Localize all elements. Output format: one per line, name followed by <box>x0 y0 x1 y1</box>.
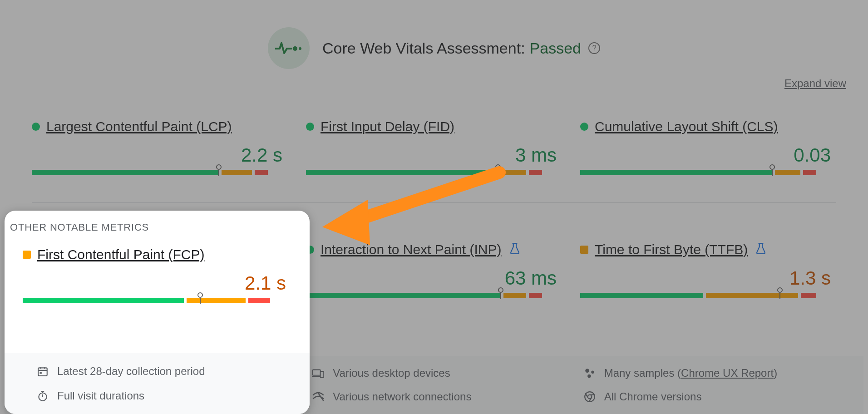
svg-rect-13 <box>313 370 321 375</box>
pulse-icon <box>275 41 302 55</box>
metric-card-cls: Cumulative Layout Shift (CLS) 0.03 <box>580 119 836 189</box>
flask-icon[interactable] <box>510 242 520 257</box>
svg-point-1 <box>299 47 301 50</box>
crux-report-link[interactable]: Chrome UX Report <box>681 367 774 379</box>
footer-item: Full visit durations <box>36 389 291 402</box>
footer-item: All Chrome versions <box>583 390 836 403</box>
devices-icon <box>312 367 325 379</box>
svg-point-19 <box>587 375 591 378</box>
status-bullet <box>32 123 40 131</box>
svg-point-0 <box>293 46 297 51</box>
metric-value-fid: 3 ms <box>306 144 562 166</box>
chrome-icon <box>583 391 596 403</box>
other-metrics-heading-highlight: Other Notable Metrics <box>5 211 310 247</box>
status-bullet <box>23 251 31 259</box>
footer-text: Full visit durations <box>57 389 144 402</box>
assessment-title: Core Web Vitals Assessment: Passed ? <box>322 39 600 57</box>
status-bullet <box>580 123 588 131</box>
svg-rect-15 <box>321 371 324 377</box>
footer-item: Latest 28-day collection period <box>36 365 291 378</box>
metric-card-inp: Interaction to Next Paint (INP) 63 ms <box>306 242 562 312</box>
gauge-marker <box>777 287 783 293</box>
metric-value-lcp: 2.2 s <box>32 144 288 166</box>
metric-value-cls: 0.03 <box>580 144 836 166</box>
footer-text: Many samples (Chrome UX Report) <box>604 367 777 380</box>
footer-item: Various desktop devices <box>312 367 565 380</box>
network-icon <box>312 391 325 403</box>
svg-point-18 <box>591 371 594 374</box>
metric-link-fcp-highlight[interactable]: First Contentful Paint (FCP) <box>37 247 204 262</box>
metric-link-cls[interactable]: Cumulative Layout Shift (CLS) <box>595 119 778 134</box>
status-bullet <box>306 123 314 131</box>
gauge-marker <box>216 164 222 170</box>
expand-view-link[interactable]: Expand view <box>784 77 846 90</box>
metric-card-fcp-highlight: First Contentful Paint (FCP) 2.1 s <box>5 247 310 303</box>
pulse-badge <box>268 27 310 69</box>
metric-card-ttfb: Time to First Byte (TTFB) 1.3 s <box>580 242 836 312</box>
metric-card-lcp: Largest Contentful Paint (LCP) 2.2 s <box>32 119 288 189</box>
svg-rect-25 <box>38 368 47 375</box>
metric-link-lcp[interactable]: Largest Contentful Paint (LCP) <box>46 119 232 134</box>
gauge-marker <box>197 292 203 298</box>
calendar-icon <box>36 365 49 377</box>
samples-icon <box>583 367 596 379</box>
gauge-marker <box>495 164 501 170</box>
metric-gauge-fid <box>306 170 562 175</box>
metric-link-ttfb[interactable]: Time to First Byte (TTFB) <box>595 242 748 257</box>
svg-point-17 <box>585 369 589 373</box>
title-prefix: Core Web Vitals Assessment: <box>322 39 525 57</box>
metric-gauge-fcp-highlight <box>23 298 291 303</box>
svg-rect-29 <box>40 372 42 374</box>
footer-text: Latest 28-day collection period <box>57 365 205 378</box>
metric-gauge-ttfb <box>580 293 836 298</box>
metric-link-inp[interactable]: Interaction to Next Paint (INP) <box>321 242 502 257</box>
footer-text: All Chrome versions <box>604 390 702 403</box>
assessment-status: Passed <box>530 39 581 57</box>
metric-gauge-lcp <box>32 170 288 175</box>
metric-value-inp: 63 ms <box>306 267 562 289</box>
metric-card-fid: First Input Delay (FID) 3 ms <box>306 119 562 189</box>
flask-icon[interactable] <box>756 242 766 257</box>
status-bullet <box>580 246 588 254</box>
footer-text: Various desktop devices <box>333 367 450 380</box>
footer-item: Many samples (Chrome UX Report) <box>583 367 836 380</box>
help-icon[interactable]: ? <box>588 42 600 54</box>
footer-item: Various network connections <box>312 390 565 403</box>
metric-value-ttfb: 1.3 s <box>580 267 836 289</box>
highlight-callout: Other Notable Metrics First Contentful P… <box>5 211 310 414</box>
footer-text: Various network connections <box>333 390 471 403</box>
metric-value-fcp-highlight: 2.1 s <box>23 272 291 294</box>
metric-gauge-cls <box>580 170 836 175</box>
metric-gauge-inp <box>306 293 562 298</box>
gauge-marker <box>498 287 503 293</box>
stopwatch-icon <box>36 390 49 402</box>
metric-link-fid[interactable]: First Input Delay (FID) <box>321 119 454 134</box>
gauge-marker <box>769 164 775 170</box>
